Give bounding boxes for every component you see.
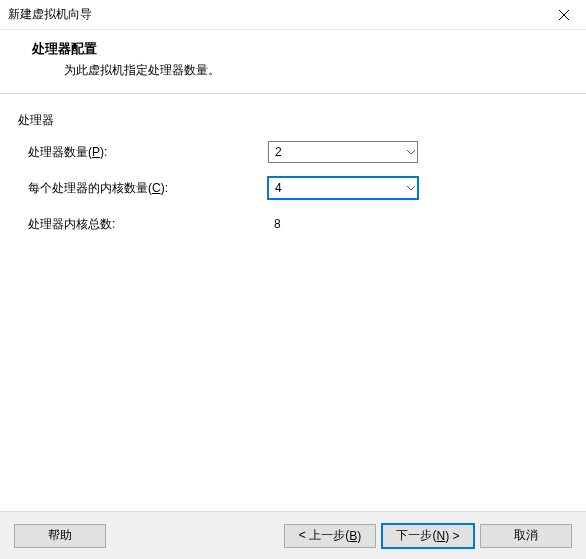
- page-subtitle: 为此虚拟机指定处理器数量。: [32, 62, 566, 79]
- total-cores-row: 处理器内核总数: 8: [18, 211, 566, 237]
- processor-count-value: 2: [275, 145, 282, 159]
- close-button[interactable]: [541, 0, 586, 30]
- cores-per-label: 每个处理器的内核数量(C):: [18, 180, 268, 197]
- processor-count-label: 处理器数量(P):: [18, 144, 268, 161]
- cores-per-combo[interactable]: 4: [268, 177, 418, 199]
- total-cores-label: 处理器内核总数:: [18, 216, 268, 233]
- page-heading: 处理器配置: [32, 40, 566, 58]
- next-button[interactable]: 下一步(N) >: [382, 524, 474, 548]
- processor-count-row: 处理器数量(P): 2: [18, 139, 566, 165]
- content-area: 处理器 处理器数量(P): 2 每个处理器的内核数量(C): 4 处理器内核总数…: [0, 94, 586, 237]
- button-bar: 帮助 < 上一步(B) 下一步(N) > 取消: [0, 511, 586, 559]
- close-icon: [559, 10, 569, 20]
- window-title: 新建虚拟机向导: [8, 6, 92, 23]
- group-label: 处理器: [18, 112, 566, 129]
- wizard-header: 处理器配置 为此虚拟机指定处理器数量。: [0, 30, 586, 93]
- total-cores-value: 8: [268, 217, 281, 231]
- back-button[interactable]: < 上一步(B): [284, 524, 376, 548]
- help-button[interactable]: 帮助: [14, 524, 106, 548]
- cores-per-row: 每个处理器的内核数量(C): 4: [18, 175, 566, 201]
- cancel-button[interactable]: 取消: [480, 524, 572, 548]
- titlebar: 新建虚拟机向导: [0, 0, 586, 30]
- processor-count-combo[interactable]: 2: [268, 141, 418, 163]
- cores-per-value: 4: [275, 181, 282, 195]
